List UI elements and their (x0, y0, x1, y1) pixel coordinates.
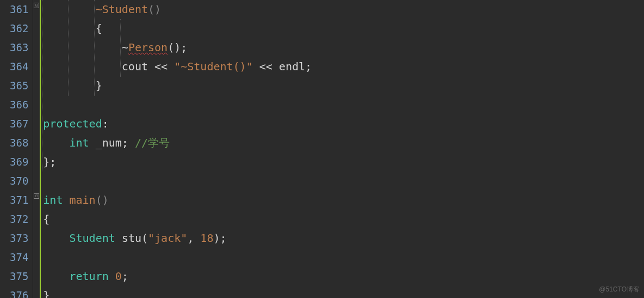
code-line[interactable] (43, 248, 644, 267)
code-line[interactable] (43, 172, 644, 191)
code-line[interactable]: int main() (43, 191, 644, 210)
code-line[interactable]: ~Student() (43, 0, 644, 19)
code-line[interactable]: return 0; (43, 267, 644, 286)
line-number-gutter: 361 362 363 364 365 366 367 368 369 370 … (0, 0, 33, 298)
code-line[interactable]: cout << "~Student()" << endl; (43, 57, 644, 76)
line-number: 367 (10, 114, 28, 133)
code-line[interactable]: Student stu("jack", 18); (43, 229, 644, 248)
line-number: 363 (10, 38, 28, 57)
line-number: 364 (10, 57, 28, 76)
line-number: 370 (10, 172, 28, 191)
fold-toggle-icon[interactable]: ⊟ (34, 3, 39, 8)
code-line[interactable]: } (43, 286, 644, 298)
code-line[interactable]: int _num; //学号 (43, 133, 644, 153)
line-number: 362 (10, 19, 28, 38)
code-line[interactable]: protected: (43, 114, 644, 133)
code-editor[interactable]: 361 362 363 364 365 366 367 368 369 370 … (0, 0, 644, 298)
code-content[interactable]: ~Student() { ~Person(); cout << "~Studen… (41, 0, 644, 298)
line-number: 371 (10, 191, 28, 210)
code-line[interactable]: ~Person(); (43, 38, 644, 57)
line-number: 372 (10, 210, 28, 229)
fold-toggle-icon[interactable]: ⊟ (34, 193, 39, 199)
error-squiggle: Person (128, 41, 168, 54)
code-line[interactable]: } (43, 76, 644, 95)
line-number: 368 (10, 133, 28, 153)
line-number: 369 (10, 153, 28, 172)
line-number: 365 (10, 76, 28, 95)
watermark: @51CTO博客 (599, 284, 640, 295)
code-line[interactable]: { (43, 19, 644, 38)
fold-column: ⊟ ⊟ (33, 0, 41, 298)
code-line[interactable]: { (43, 210, 644, 229)
line-number: 361 (10, 0, 28, 19)
code-line[interactable] (43, 95, 644, 114)
line-number: 366 (10, 95, 28, 114)
line-number: 373 (10, 229, 28, 248)
line-number: 375 (10, 267, 28, 286)
code-line[interactable]: }; (43, 153, 644, 172)
line-number: 374 (10, 248, 28, 267)
line-number: 376 (10, 286, 28, 298)
